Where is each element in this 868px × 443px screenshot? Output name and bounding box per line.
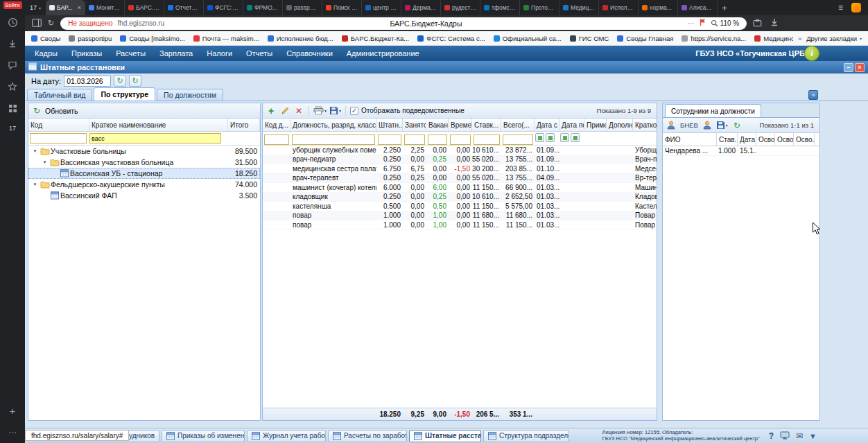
column-header[interactable]: Дата...	[738, 133, 756, 146]
tree-row[interactable]: ▾Участковые больницы89.500	[28, 146, 260, 157]
column-header[interactable]: Ставк...	[472, 119, 501, 131]
filter-input[interactable]	[450, 134, 471, 145]
browser-tab[interactable]: центр з...	[362, 0, 401, 15]
column-header[interactable]: ФИО	[663, 133, 717, 146]
bookmark-item[interactable]: Своды Главная	[617, 35, 673, 42]
person-icon[interactable]	[666, 119, 677, 132]
table-row[interactable]: кладовщик0.2500,000,250,0010 610...2 652…	[263, 193, 657, 202]
tab-employees[interactable]: Сотрудники на должности	[665, 104, 761, 117]
column-header[interactable]: Осво...	[756, 133, 775, 146]
browser-tab[interactable]: Алиса А...	[678, 0, 718, 15]
export-button[interactable]: ▾	[329, 105, 341, 117]
close-button[interactable]: ×	[855, 63, 865, 72]
menu-item-администрирование[interactable]: Администрирование	[340, 46, 426, 61]
collapse-panel-button[interactable]: »	[808, 90, 818, 100]
menu-item-отчеты[interactable]: Отчеты	[239, 46, 279, 61]
table-row[interactable]: машинист (кочегар) котельной6.0000,006,0…	[263, 183, 657, 193]
taskbar-button[interactable]: Журнал учета рабочего ...	[247, 430, 326, 442]
column-header[interactable]: Осво...	[775, 133, 794, 146]
bookmark-item[interactable]: Своды [maksimo...	[120, 35, 184, 42]
table-row[interactable]: врач-педиатр0.2500,000,250,0055 020...13…	[263, 155, 657, 165]
menu-item-налоги[interactable]: Налоги	[200, 46, 239, 61]
filter-input[interactable]	[292, 134, 375, 145]
tree-row[interactable]: Вассинский ФАП3.500	[28, 190, 260, 201]
bookmark-item[interactable]: БАРС.Бюджет-Ка...	[342, 35, 409, 42]
column-header[interactable]: Приме...	[584, 119, 607, 131]
date-filter-to-button[interactable]	[546, 133, 555, 142]
browser-tab[interactable]: Монито...	[85, 0, 125, 15]
tab-counter[interactable]: 17 ▾	[25, 0, 46, 15]
taskbar-button[interactable]: Приказы об изменении ш...	[162, 430, 245, 442]
tab-close-icon[interactable]: ×	[78, 4, 81, 11]
bookmark-item[interactable]: ГИС ОМС	[570, 35, 609, 42]
mail-icon[interactable]: ✉	[796, 431, 803, 441]
menu-item-кадры[interactable]: Кадры	[28, 46, 64, 61]
browser-tab[interactable]: Протоко...	[520, 0, 559, 15]
date-input[interactable]	[64, 76, 111, 87]
bookmark-item[interactable]: https://service.na...	[682, 35, 746, 42]
column-header[interactable]: Занято	[403, 119, 426, 131]
favorites-icon[interactable]	[4, 78, 21, 95]
more-actions-icon[interactable]: ⋯	[688, 19, 695, 27]
column-header[interactable]: Осво...	[794, 133, 815, 146]
filter-input[interactable]	[378, 134, 401, 145]
date-filter-from-button[interactable]	[535, 133, 544, 142]
services-icon[interactable]	[4, 100, 21, 116]
browser-tab[interactable]: БАРС.Б...	[125, 0, 164, 15]
monitor-icon[interactable]	[780, 430, 790, 442]
taskbar-button[interactable]: Структура подразделений	[483, 430, 569, 442]
table-row[interactable]: повар1.0000,001,000,0011 680...11 680...…	[263, 211, 657, 221]
browser-profile-icon[interactable]	[851, 3, 861, 12]
column-header[interactable]: Всего(...	[501, 119, 535, 131]
minimize-button[interactable]: –	[844, 63, 853, 72]
login-button[interactable]: Войти	[3, 1, 22, 9]
tree-row[interactable]: Вассинская УБ - стационар18.250	[28, 168, 260, 179]
table-row[interactable]: кастелянша0.5000,000,500,0011 150...5 57…	[263, 202, 657, 211]
save-button[interactable]: ▾	[716, 119, 728, 132]
browser-tab[interactable]: Отчеты...	[164, 0, 204, 15]
bookmark-item[interactable]: Официальный са...	[494, 35, 562, 42]
column-header[interactable]: Дата с	[535, 119, 559, 131]
add-button[interactable]: +	[266, 105, 277, 117]
browser-tab[interactable]: ФРМО...	[243, 0, 283, 15]
zoom-control[interactable]: 110 %	[711, 19, 740, 27]
show-subordinates-checkbox[interactable]: ✓	[350, 107, 358, 115]
tree-expander-icon[interactable]: ▾	[31, 182, 39, 187]
view-tab[interactable]: По структуре	[94, 87, 155, 101]
tree-name-filter-input[interactable]	[89, 133, 221, 144]
person-add-icon[interactable]	[702, 119, 713, 132]
other-bookmarks-button[interactable]: Другие закладки ▾	[806, 35, 862, 42]
tree-expander-icon[interactable]: ▾	[31, 148, 39, 154]
browser-tab[interactable]: норма...	[639, 0, 678, 15]
refresh-icon[interactable]: ↻	[48, 19, 54, 28]
help-icon[interactable]: ?	[769, 431, 774, 441]
filter-input[interactable]	[474, 134, 500, 145]
view-tab[interactable]: По должностям	[157, 89, 223, 101]
browser-tab[interactable]: тфомс к...	[480, 0, 520, 15]
table-row[interactable]: медицинская сестра палатная ...6.7506,75…	[263, 164, 657, 174]
browser-tab[interactable]: рудесто...	[441, 0, 480, 15]
column-header[interactable]: Итого	[228, 119, 260, 131]
column-header[interactable]: Краткое...	[633, 119, 657, 131]
download-icon[interactable]	[770, 17, 779, 30]
browser-tab[interactable]: Поиск -...	[322, 0, 362, 15]
employee-action-button[interactable]: БНЕВ	[680, 121, 698, 129]
column-header[interactable]: Код д...	[263, 119, 290, 131]
print-button[interactable]: ▾	[313, 105, 327, 117]
table-row[interactable]: Чендарева ...1.00015.1...	[663, 146, 819, 156]
refresh-tree-button[interactable]: Обновить	[45, 107, 78, 115]
tree-expander-icon[interactable]: ▾	[41, 159, 49, 165]
date-filter-from-button[interactable]	[560, 133, 569, 142]
filter-input[interactable]	[503, 134, 533, 145]
table-row[interactable]: уборщик служебных помещений2.2502,250,00…	[263, 146, 657, 155]
new-tab-button[interactable]: +	[718, 0, 731, 15]
update-date-button[interactable]: ↻	[129, 75, 141, 87]
menu-item-зарплата[interactable]: Зарплата	[153, 46, 200, 61]
browser-tab[interactable]: БАР...×	[46, 0, 85, 15]
refresh-date-button[interactable]: ↻	[114, 75, 126, 87]
tree-code-filter-input[interactable]	[30, 133, 87, 144]
messenger-icon[interactable]	[4, 57, 21, 73]
bookmark-item[interactable]: Своды	[31, 35, 60, 42]
bookmark-item[interactable]: Почта — maksim...	[193, 35, 259, 42]
filter-input[interactable]	[428, 134, 447, 145]
